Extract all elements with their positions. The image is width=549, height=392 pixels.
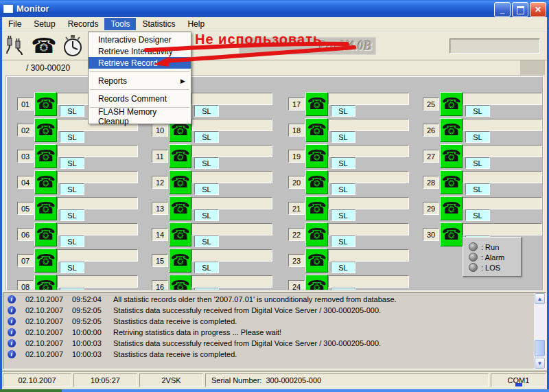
close-button[interactable]: ✕: [530, 2, 546, 17]
channel-info-field: [328, 249, 409, 262]
progress-field: [449, 38, 540, 54]
channel-line-type: SL: [465, 183, 490, 195]
channel-line-type: SL: [60, 288, 84, 291]
info-icon: i: [8, 317, 16, 325]
menu-tools[interactable]: Tools: [104, 18, 136, 30]
channel-cell-27: 27☎SL: [423, 144, 544, 170]
menuitem-flash-memory-cleanup[interactable]: FLASH Memory Cleanup: [89, 111, 191, 122]
menuitem-retrieve-record[interactable]: Retrieve Record: [89, 57, 191, 69]
menuitem-interactive-designer[interactable]: Interactive Designer: [89, 34, 191, 45]
menuitem-label: Reports: [98, 76, 127, 86]
menuitem-retrieve-interactivity[interactable]: Retrieve Interactivity: [89, 45, 191, 57]
menuitem-records-comment[interactable]: Records Comment: [89, 93, 191, 104]
channel-info-field: [191, 275, 272, 288]
channel-phone-icon[interactable]: ☎: [440, 118, 463, 142]
menuitem-label: Records Comment: [98, 94, 167, 104]
log-entry: i02.10.200709:52:05Statistics data succe…: [8, 305, 546, 315]
channel-phone-icon[interactable]: ☎: [440, 222, 463, 246]
channel-cell-16: 16☎SL: [152, 275, 282, 291]
scroll-up-icon[interactable]: ▲: [535, 293, 545, 304]
menu-setup[interactable]: Setup: [27, 18, 61, 30]
log-time: 09:52:04: [72, 295, 113, 303]
channel-info-field: [191, 197, 272, 209]
channel-line-type: SL: [465, 157, 490, 169]
phone-tool-button[interactable]: ☎: [31, 33, 57, 58]
serial-label: Serial Number:: [211, 376, 261, 384]
stopwatch-icon: [60, 34, 85, 58]
channel-phone-icon[interactable]: ☎: [34, 92, 57, 116]
title-bar: Monitor _ ✕: [0, 0, 549, 17]
app-window-icon: [3, 5, 13, 13]
channel-number: 07: [17, 254, 34, 267]
restore-icon: [517, 6, 524, 14]
restore-button[interactable]: [512, 2, 528, 17]
channel-line-type: SL: [194, 105, 219, 117]
channel-phone-icon[interactable]: ☎: [169, 222, 191, 246]
menu-help[interactable]: Help: [181, 18, 211, 30]
channel-number: 29: [423, 202, 439, 215]
channel-phone-icon[interactable]: ☎: [305, 118, 328, 142]
channel-phone-icon[interactable]: ☎: [34, 144, 57, 168]
channel-phone-icon[interactable]: ☎: [305, 222, 328, 246]
channel-number: 15: [152, 254, 168, 267]
channel-phone-icon[interactable]: ☎: [440, 196, 463, 220]
channel-phone-icon[interactable]: ☎: [169, 196, 191, 220]
channel-phone-icon[interactable]: ☎: [34, 118, 57, 142]
menu-statistics[interactable]: Statistics: [136, 18, 181, 30]
channel-phone-icon[interactable]: ☎: [440, 144, 463, 168]
channel-phone-icon[interactable]: ☎: [169, 249, 191, 273]
channel-phone-icon[interactable]: ☎: [169, 275, 191, 291]
channel-phone-icon[interactable]: ☎: [305, 249, 328, 273]
menuitem-reports[interactable]: Reports▶: [89, 75, 191, 87]
channel-phone-icon[interactable]: ☎: [34, 249, 57, 273]
log-scrollbar[interactable]: ▲ ▼: [534, 293, 546, 369]
channel-line-type: SL: [331, 131, 355, 143]
annotation-text: Не использовать: [195, 32, 322, 47]
channel-line-type: SL: [465, 105, 490, 117]
channel-number: 24: [288, 280, 305, 291]
scroll-down-icon[interactable]: ▼: [535, 358, 545, 369]
connector-tool-button[interactable]: [3, 33, 30, 58]
channel-phone-icon[interactable]: ☎: [305, 275, 328, 291]
log-time: 09:52:05: [72, 317, 113, 325]
channel-number: 05: [17, 202, 34, 215]
channel-number: 11: [152, 150, 168, 163]
minimize-button[interactable]: _: [494, 2, 511, 17]
timer-tool-button[interactable]: [60, 33, 86, 58]
channel-number: 02: [17, 124, 34, 137]
log-date: 02.10.2007: [25, 295, 72, 303]
log-entry: i02.10.200710:00:03Statistics data succe…: [8, 338, 546, 348]
channel-phone-icon[interactable]: ☎: [305, 170, 328, 194]
menuitem-label: Retrieve Record: [98, 58, 158, 68]
channel-line-type: SL: [331, 157, 355, 169]
channel-phone-icon[interactable]: ☎: [305, 196, 328, 220]
channel-grid-panel: 01☎SL02☎SL03☎SL04☎SL05☎SL06☎SL07☎SL08☎SL…: [5, 76, 544, 291]
channel-phone-icon[interactable]: ☎: [34, 170, 57, 194]
channel-phone-icon[interactable]: ☎: [169, 144, 191, 168]
channel-phone-icon[interactable]: ☎: [34, 196, 57, 220]
channel-phone-icon[interactable]: ☎: [169, 170, 191, 194]
channel-info-field: [191, 249, 272, 262]
channel-phone-icon[interactable]: ☎: [440, 170, 463, 194]
channel-cell-18: 18☎SL: [288, 118, 419, 144]
channel-phone-icon[interactable]: ☎: [34, 222, 57, 246]
channel-info-field: [57, 223, 138, 235]
channel-phone-icon[interactable]: ☎: [305, 144, 328, 168]
log-panel: i02.10.200709:52:04All statistic records…: [3, 292, 546, 369]
channel-line-type: SL: [331, 209, 355, 221]
scrollbar-thumb[interactable]: [535, 340, 545, 356]
led-icon: [469, 242, 478, 251]
channel-phone-icon[interactable]: ☎: [305, 92, 328, 116]
channel-info-field: [328, 119, 409, 131]
channel-number: 27: [423, 150, 439, 163]
channel-phone-icon[interactable]: ☎: [34, 275, 57, 291]
led-icon: [469, 263, 478, 272]
channel-phone-icon[interactable]: ☎: [440, 92, 463, 116]
log-date: 02.10.2007: [25, 328, 72, 336]
menu-separator: [90, 71, 189, 72]
bottom-edge-blue: [62, 389, 549, 392]
channel-info-field: [191, 171, 272, 183]
menu-file[interactable]: File: [2, 18, 27, 30]
log-time: 10:00:03: [72, 350, 113, 358]
menu-records[interactable]: Records: [62, 18, 105, 30]
